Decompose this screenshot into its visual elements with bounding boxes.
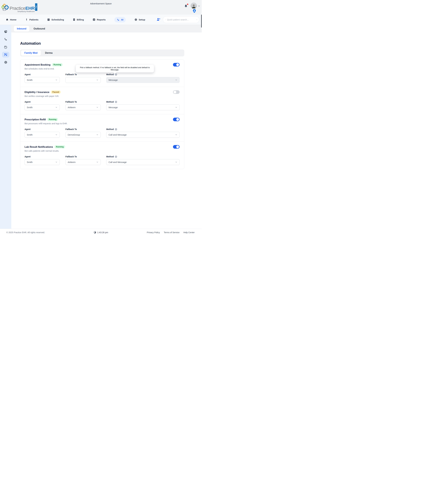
privacy-policy-link[interactable]: Privacy Policy bbox=[147, 231, 160, 234]
search-filters-icon[interactable] bbox=[197, 18, 197, 21]
primary-nav: Home Patients Scheduling $ Billing Repor… bbox=[0, 15, 202, 25]
phone-icon bbox=[4, 37, 8, 41]
method-select[interactable]: Call and Message bbox=[106, 159, 180, 165]
pie-chart-icon bbox=[4, 30, 8, 33]
fallback-label: Fallback To bbox=[65, 128, 101, 130]
automation-toggle[interactable] bbox=[173, 145, 180, 149]
method-select[interactable]: Call and Message bbox=[106, 132, 180, 138]
automation-description: Bot processes refill requests and logs t… bbox=[25, 122, 180, 125]
automation-toggle[interactable] bbox=[173, 63, 180, 66]
agent-label: Agent bbox=[25, 155, 60, 158]
nav-item-home[interactable]: Home bbox=[6, 18, 16, 21]
status-badge: Running bbox=[52, 63, 63, 66]
method-label: Methodi bbox=[106, 155, 180, 158]
svg-text:$: $ bbox=[74, 19, 74, 20]
fallback-select[interactable]: AAleem bbox=[65, 104, 101, 110]
method-label: Methodi bbox=[106, 73, 180, 76]
status-badge: Running bbox=[55, 145, 65, 148]
sidebar-item-analytics[interactable] bbox=[2, 29, 9, 35]
search-input[interactable] bbox=[167, 18, 195, 21]
chevron-down-icon bbox=[55, 161, 57, 163]
nav-item-patients[interactable]: Patients bbox=[25, 18, 38, 21]
settings-gear-icon bbox=[4, 61, 8, 64]
info-icon[interactable]: i bbox=[115, 156, 117, 158]
logo-text-practice: Practice bbox=[10, 6, 25, 11]
automation-card-list: Pick a fallback method. If no fallback i… bbox=[20, 59, 184, 169]
chevron-down-icon bbox=[96, 79, 99, 81]
user-avatar[interactable] bbox=[191, 3, 197, 9]
automation-description: Bot calls patients with normal results. bbox=[25, 150, 180, 152]
calendar-icon bbox=[47, 18, 50, 21]
notifications-bell-icon[interactable] bbox=[184, 4, 188, 8]
chevron-down-icon bbox=[175, 161, 177, 163]
footer-time-text: 1:43:26 pm bbox=[97, 231, 108, 234]
agent-select[interactable]: Smith bbox=[25, 77, 60, 83]
tab-derma[interactable]: Derma bbox=[42, 50, 56, 56]
automation-name: Lab Result Notifications bbox=[25, 145, 53, 148]
automation-card-eligibility-insurance: Eligibility / Insurance Paused Bot verif… bbox=[20, 87, 184, 114]
automation-card-lab-result-notifications: Lab Result Notifications Running Bot cal… bbox=[20, 142, 184, 169]
nav-item-reports[interactable]: Reports bbox=[92, 18, 106, 21]
agent-select[interactable]: Smith bbox=[25, 132, 60, 138]
logo-text-ehr: EHR bbox=[25, 6, 35, 11]
automation-card-appointment-booking: Pick a fallback method. If no fallback i… bbox=[20, 60, 184, 87]
method-select[interactable]: Message bbox=[106, 104, 180, 110]
chevron-down-icon bbox=[175, 134, 177, 136]
method-tooltip: Pick a fallback method. If no fallback i… bbox=[76, 65, 154, 72]
reports-icon bbox=[92, 18, 95, 21]
nav-item-setup[interactable]: Setup bbox=[134, 18, 145, 21]
sidebar-item-history[interactable] bbox=[2, 44, 9, 50]
help-center-link[interactable]: Help Center bbox=[183, 231, 195, 234]
advertisement-space-label: Advertisement Space bbox=[0, 2, 202, 5]
status-badge: Running bbox=[47, 118, 58, 121]
notification-dot bbox=[187, 4, 188, 5]
agent-select[interactable]: Smith bbox=[25, 104, 60, 110]
tab-outbound[interactable]: Outbound bbox=[31, 26, 48, 32]
chevron-down-icon bbox=[96, 161, 99, 163]
logo-tagline: Simplifying Healthcare bbox=[18, 10, 35, 12]
method-select[interactable]: Message bbox=[106, 77, 180, 83]
tooltip-arrow bbox=[113, 72, 116, 74]
automation-icon bbox=[4, 53, 8, 57]
nav-item-billing[interactable]: $ Billing bbox=[73, 18, 84, 21]
scrollbar-thumb[interactable] bbox=[201, 15, 202, 27]
inbound-outbound-tabs: Inbound Outbound bbox=[11, 25, 202, 33]
info-icon[interactable]: i bbox=[115, 128, 117, 130]
agent-select[interactable]: Smith bbox=[25, 159, 60, 165]
add-patient-icon[interactable] bbox=[156, 18, 160, 22]
automation-toggle[interactable] bbox=[173, 118, 180, 121]
fallback-label: Fallback To bbox=[65, 73, 101, 76]
tab-family-med[interactable]: Family Med bbox=[21, 50, 41, 56]
terms-of-service-link[interactable]: Terms of Service bbox=[164, 231, 179, 234]
chevron-down-icon bbox=[96, 106, 99, 108]
search-icon bbox=[165, 18, 166, 21]
chevron-down-icon bbox=[175, 79, 177, 81]
automation-name: Prescription Refill bbox=[25, 118, 46, 121]
sidebar-item-settings[interactable] bbox=[2, 59, 9, 65]
quick-patient-search bbox=[163, 16, 199, 23]
sidebar-item-calls[interactable] bbox=[2, 36, 9, 42]
automation-toggle[interactable] bbox=[173, 90, 180, 94]
sidebar-item-automation[interactable] bbox=[2, 52, 9, 57]
nav-item-ai[interactable]: AI bbox=[114, 17, 126, 22]
chevron-down-icon bbox=[55, 106, 57, 108]
chevron-down-icon bbox=[55, 79, 57, 81]
fallback-select[interactable]: AAleem bbox=[65, 159, 101, 165]
automation-description: Bot verifies coverage with payer IVR. bbox=[25, 95, 180, 97]
location-person-pin-icon[interactable] bbox=[192, 9, 197, 14]
copyright-text: © 2025 Practice EHR. All rights reserved… bbox=[6, 231, 45, 234]
nav-item-scheduling[interactable]: Scheduling bbox=[47, 18, 64, 21]
chevron-down-icon bbox=[55, 134, 57, 136]
tab-inbound[interactable]: Inbound bbox=[14, 26, 29, 32]
phone-icon bbox=[117, 18, 119, 21]
page-title: Automation bbox=[20, 41, 202, 45]
chevron-down-icon bbox=[96, 134, 99, 136]
agent-label: Agent bbox=[25, 101, 60, 103]
info-icon[interactable]: i bbox=[115, 101, 117, 103]
footer: © 2025 Practice EHR. All rights reserved… bbox=[0, 229, 202, 236]
fallback-select[interactable]: DemoGroup bbox=[65, 132, 101, 138]
clock-icon bbox=[94, 231, 96, 234]
account-chevron-down-icon[interactable] bbox=[198, 5, 200, 8]
fallback-select[interactable] bbox=[65, 77, 101, 83]
history-icon bbox=[4, 45, 8, 49]
